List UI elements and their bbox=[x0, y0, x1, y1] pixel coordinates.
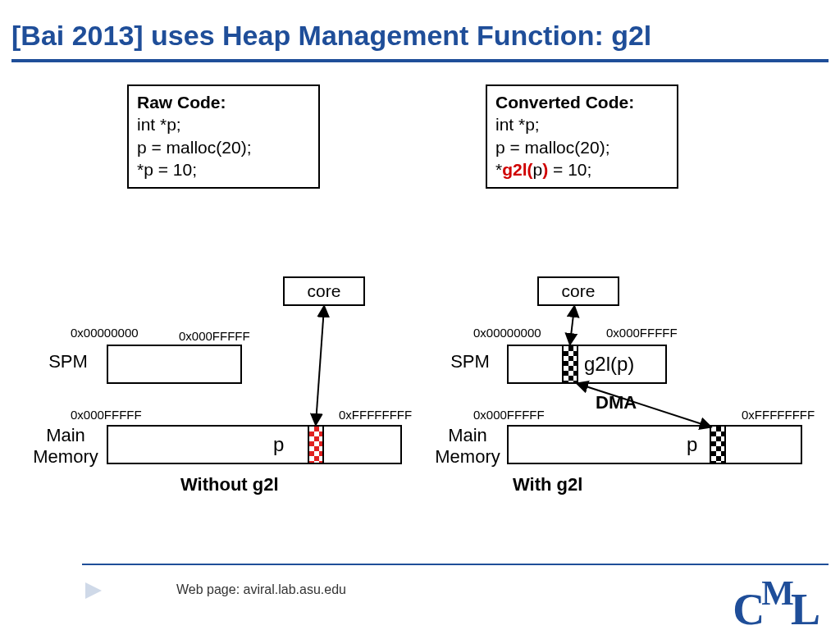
addr-main-start-left: 0x000FFFFF bbox=[71, 408, 142, 422]
footer-webpage: Web page: aviral.lab.asu.edu bbox=[176, 582, 346, 597]
title-underline bbox=[11, 59, 829, 62]
block-g2lp bbox=[562, 346, 578, 382]
dma-label: DMA bbox=[596, 392, 637, 413]
addr-main-end-right: 0xFFFFFFFF bbox=[742, 408, 815, 422]
main-memory-label-left: MainMemory bbox=[29, 425, 103, 468]
arrows-overlay bbox=[0, 0, 840, 630]
spm-box-left bbox=[107, 345, 242, 384]
addr-main-start-right: 0x000FFFFF bbox=[473, 408, 545, 422]
svg-marker-3 bbox=[85, 582, 102, 599]
converted-code-line: int *p; bbox=[495, 113, 669, 135]
raw-code-line: p = malloc(20); bbox=[137, 136, 310, 158]
g2lp-label: g2l(p) bbox=[584, 353, 634, 376]
addr-spm-end-right: 0x000FFFFF bbox=[606, 326, 678, 340]
converted-code-box: Converted Code: int *p; p = malloc(20); … bbox=[486, 84, 678, 189]
svg-line-1 bbox=[570, 308, 574, 343]
slide-title: [Bai 2013] uses Heap Management Function… bbox=[11, 20, 651, 52]
spm-label-right: SPM bbox=[441, 351, 499, 372]
core-box-left: core bbox=[283, 276, 365, 306]
main-memory-box-left bbox=[107, 425, 402, 464]
converted-code-header: Converted Code: bbox=[495, 91, 669, 113]
block-p-left bbox=[308, 427, 324, 463]
spm-label-left: SPM bbox=[39, 351, 97, 372]
addr-spm-start-right: 0x00000000 bbox=[473, 326, 541, 340]
caption-with-g2l: With g2l bbox=[513, 474, 582, 495]
raw-code-header: Raw Code: bbox=[137, 91, 310, 113]
cml-logo: CML bbox=[733, 573, 827, 623]
p-label-right: p bbox=[687, 433, 697, 456]
block-p-right bbox=[710, 427, 726, 463]
footer-divider bbox=[82, 564, 829, 565]
addr-main-end-left: 0xFFFFFFFF bbox=[339, 408, 412, 422]
addr-spm-start-left: 0x00000000 bbox=[71, 326, 139, 340]
raw-code-box: Raw Code: int *p; p = malloc(20); *p = 1… bbox=[127, 84, 320, 189]
p-label-left: p bbox=[273, 433, 284, 456]
converted-code-line: *g2l(p) = 10; bbox=[495, 158, 669, 180]
core-box-right: core bbox=[537, 276, 619, 306]
converted-code-line: p = malloc(20); bbox=[495, 136, 669, 158]
raw-code-line: *p = 10; bbox=[137, 158, 310, 180]
main-memory-box-right bbox=[507, 425, 802, 464]
caption-without-g2l: Without g2l bbox=[180, 474, 279, 495]
svg-line-0 bbox=[316, 308, 324, 423]
raw-code-line: int *p; bbox=[137, 113, 310, 135]
slide-nav-arrow-icon bbox=[82, 579, 105, 605]
main-memory-label-right: MainMemory bbox=[431, 425, 504, 468]
addr-spm-end-left: 0x000FFFFF bbox=[179, 329, 250, 343]
